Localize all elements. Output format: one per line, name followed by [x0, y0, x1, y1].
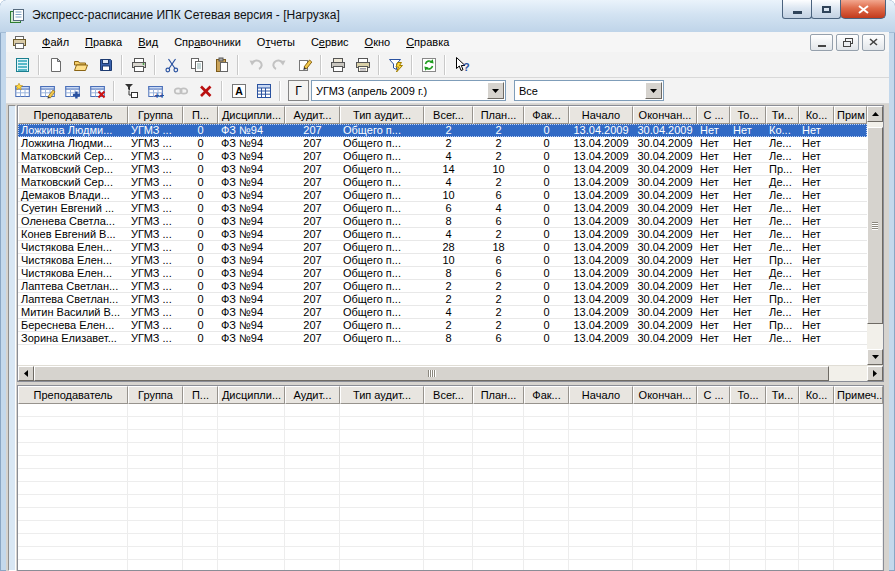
period-combo[interactable]: УГМЗ (апрель 2009 г.)	[311, 80, 506, 101]
menu-reports[interactable]: Отчеты	[249, 34, 303, 50]
chevron-down-icon[interactable]	[487, 82, 504, 99]
table-new-button[interactable]	[10, 79, 35, 103]
table-row[interactable]: Демаков Влади...УГМЗ ...0ФЗ №94207Общего…	[18, 189, 867, 202]
column-header[interactable]: Фак...	[524, 106, 569, 124]
menu-help[interactable]: Справка	[398, 34, 457, 50]
horizontal-scrollbar[interactable]	[18, 365, 883, 381]
table-row[interactable]: Лаптева Светлан...УГМЗ ...0ФЗ №94207Обще…	[18, 293, 867, 306]
table-row[interactable]: Митин Василий В...УГМЗ ...0ФЗ №94207Обще…	[18, 306, 867, 319]
window-maximize-button[interactable]	[811, 0, 841, 19]
column-header[interactable]: План...	[473, 386, 524, 404]
filter-combo[interactable]: Все	[514, 80, 664, 101]
mdi-close-button[interactable]	[862, 34, 885, 51]
column-header[interactable]: План...	[473, 106, 524, 124]
copy-button[interactable]	[184, 53, 209, 77]
column-header[interactable]: П...	[183, 386, 218, 404]
column-header[interactable]: П...	[183, 106, 218, 124]
menu-references[interactable]: Справочники	[166, 34, 249, 50]
menu-window[interactable]: Окно	[357, 34, 399, 50]
new-document-button[interactable]	[43, 53, 68, 77]
column-header[interactable]: Ко...	[799, 106, 834, 124]
vertical-scrollbar[interactable]	[867, 106, 883, 365]
window-minimize-button[interactable]	[782, 0, 812, 19]
table-row[interactable]: Суетин Евгений ...УГМЗ ...0ФЗ №94207Обще…	[18, 202, 867, 215]
table-delete-button[interactable]	[85, 79, 110, 103]
column-header[interactable]: Дисципли...	[218, 386, 285, 404]
erase-button[interactable]	[292, 53, 317, 77]
column-header[interactable]: Начало	[569, 106, 633, 124]
scroll-right-button[interactable]	[867, 366, 883, 381]
column-header[interactable]: Примеч..	[834, 386, 883, 404]
window-close-button[interactable]	[840, 0, 886, 19]
table-row[interactable]: Чистякова Елен...УГМЗ ...0ФЗ №94207Общег…	[18, 267, 867, 280]
scroll-track[interactable]	[34, 366, 867, 381]
scroll-left-button[interactable]	[18, 366, 34, 381]
delete-red-button[interactable]	[193, 79, 218, 103]
table-row[interactable]: Лаптева Светлан...УГМЗ ...0ФЗ №94207Обще…	[18, 280, 867, 293]
scroll-thumb[interactable]	[867, 127, 883, 324]
filter-lightning-button[interactable]	[383, 53, 408, 77]
chevron-down-icon[interactable]	[645, 82, 662, 99]
view-journal-button[interactable]	[10, 53, 35, 77]
scroll-track[interactable]	[867, 122, 883, 349]
column-header[interactable]: Окончан...	[633, 106, 697, 124]
table-row[interactable]: Ложкина Людми...УГМЗ ...0ФЗ №94207Общего…	[18, 124, 867, 137]
column-header[interactable]: С ...	[697, 386, 730, 404]
column-header[interactable]: Группа	[128, 386, 183, 404]
column-header[interactable]: С ...	[697, 106, 730, 124]
table-row[interactable]: Зорина Елизавет...УГМЗ ...0ФЗ №94207Обще…	[18, 332, 867, 345]
table-row[interactable]: Матковский Сер...УГМЗ ...0ФЗ №94207Общег…	[18, 176, 867, 189]
column-header[interactable]: Тип аудит...	[340, 106, 424, 124]
scroll-thumb[interactable]	[34, 366, 829, 381]
table-edit-button[interactable]	[35, 79, 60, 103]
context-help-button[interactable]: ?	[449, 53, 474, 77]
column-header[interactable]: Начало	[569, 386, 633, 404]
column-header[interactable]: Тип аудит...	[340, 386, 424, 404]
column-header[interactable]: Ко...	[799, 386, 834, 404]
column-header[interactable]: Всег...	[424, 386, 473, 404]
cut-button[interactable]	[159, 53, 184, 77]
mdi-minimize-button[interactable]	[810, 34, 833, 51]
column-header[interactable]: То...	[730, 386, 766, 404]
print-button[interactable]	[126, 53, 151, 77]
column-header[interactable]: Всег...	[424, 106, 473, 124]
menu-view[interactable]: Вид	[130, 34, 166, 50]
table-row[interactable]: Береснева Елен...УГМЗ ...0ФЗ №94207Общег…	[18, 319, 867, 332]
scroll-down-button[interactable]	[867, 349, 883, 365]
mdi-restore-button[interactable]	[836, 34, 859, 51]
column-header[interactable]: Ти...	[766, 386, 799, 404]
scroll-up-button[interactable]	[867, 106, 883, 122]
column-header[interactable]: Ти...	[766, 106, 799, 124]
refresh-button[interactable]	[416, 53, 441, 77]
filter-branch-button[interactable]	[118, 79, 143, 103]
column-header[interactable]: Окончан...	[633, 386, 697, 404]
column-header[interactable]: Аудит...	[285, 386, 340, 404]
table-row[interactable]: Оленева Светла...УГМЗ ...0ФЗ №94207Общег…	[18, 215, 867, 228]
menu-service[interactable]: Сервис	[303, 34, 357, 50]
table-add-button[interactable]	[60, 79, 85, 103]
column-header[interactable]: Преподаватель	[18, 386, 128, 404]
font-names-button[interactable]: А	[226, 79, 251, 103]
menu-edit[interactable]: Правка	[77, 34, 130, 50]
paste-button[interactable]	[209, 53, 234, 77]
column-header[interactable]: То...	[730, 106, 766, 124]
print-grid-button[interactable]	[325, 53, 350, 77]
g-toggle-button[interactable]: Г	[288, 80, 309, 101]
open-folder-button[interactable]	[68, 53, 93, 77]
save-button[interactable]	[93, 53, 118, 77]
table-row[interactable]: Матковский Сер...УГМЗ ...0ФЗ №94207Общег…	[18, 163, 867, 176]
table-row[interactable]: Чистякова Елен...УГМЗ ...0ФЗ №94207Общег…	[18, 254, 867, 267]
menu-file[interactable]: Файл	[34, 34, 77, 50]
table-row[interactable]: Конев Евгений В...УГМЗ ...0ФЗ №94207Обще…	[18, 228, 867, 241]
document-icon[interactable]	[12, 34, 28, 50]
column-header[interactable]: Группа	[128, 106, 183, 124]
table-row[interactable]: Матковский Сер...УГМЗ ...0ФЗ №94207Общег…	[18, 150, 867, 163]
column-header[interactable]: Фак...	[524, 386, 569, 404]
table-multi-add-button[interactable]: ++	[143, 79, 168, 103]
column-header[interactable]: Прим	[834, 106, 867, 124]
print-form-button[interactable]	[350, 53, 375, 77]
table-row[interactable]: Чистякова Елен...УГМЗ ...0ФЗ №94207Общег…	[18, 241, 867, 254]
column-header[interactable]: Аудит...	[285, 106, 340, 124]
table-row[interactable]: Ложкина Людми...УГМЗ ...0ФЗ №94207Общего…	[18, 137, 867, 150]
calendar-grid-button[interactable]	[251, 79, 276, 103]
